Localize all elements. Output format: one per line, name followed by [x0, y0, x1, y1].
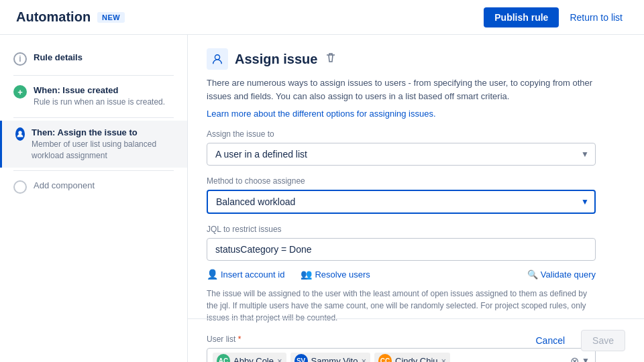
- publish-rule-button[interactable]: Publish rule: [484, 7, 559, 27]
- header: Automation NEW Publish rule Return to li…: [0, 0, 644, 35]
- info-icon: i: [13, 52, 27, 66]
- assign-issue-icon: [207, 48, 228, 70]
- sidebar-item-when[interactable]: + When: Issue created Rule is run when a…: [0, 78, 187, 115]
- assign-section: Assign the issue to A user in a defined …: [207, 129, 625, 166]
- sidebar-then-subtitle: Member of user list using balanced workl…: [32, 139, 174, 162]
- content-panel: Assign issue There are numerous ways to …: [188, 35, 644, 362]
- new-badge: NEW: [97, 12, 125, 23]
- sidebar-add-component-content: Add component: [34, 180, 95, 190]
- validate-query-link[interactable]: 🔍 Validate query: [527, 267, 596, 282]
- sidebar-when-title: When: Issue created: [34, 85, 165, 95]
- app-title: Automation: [16, 9, 91, 25]
- return-to-list-button[interactable]: Return to list: [564, 7, 628, 27]
- svg-point-0: [18, 131, 21, 134]
- jql-label: JQL to restrict issues: [207, 225, 625, 234]
- method-select-wrapper: Balanced workload ▼: [207, 190, 596, 214]
- header-actions: Publish rule Return to list: [484, 7, 628, 27]
- method-select[interactable]: Balanced workload: [207, 190, 596, 214]
- save-button[interactable]: Save: [581, 330, 625, 351]
- trash-icon[interactable]: [325, 52, 336, 66]
- assign-select[interactable]: A user in a defined list: [207, 143, 596, 166]
- plus-icon: +: [13, 85, 27, 99]
- method-label: Method to choose assignee: [207, 176, 625, 186]
- method-section: Method to choose assignee Balanced workl…: [207, 176, 625, 214]
- sidebar-rule-details-title: Rule details: [34, 52, 83, 62]
- search-icon: 🔍: [527, 269, 538, 280]
- sidebar-then-content: Then: Assign the issue to Member of user…: [32, 127, 174, 162]
- empty-circle-icon: [13, 180, 27, 194]
- jql-input[interactable]: [207, 238, 596, 261]
- action-links: 👤 Insert account id 👥 Resolve users 🔍 Va…: [207, 266, 596, 282]
- sidebar-divider-2: [13, 117, 174, 118]
- sidebar-rule-details-content: Rule details: [34, 52, 83, 62]
- people-icon: 👥: [301, 269, 312, 280]
- sidebar-when-subtitle: Rule is run when an issue is created.: [34, 97, 165, 108]
- sidebar-divider-3: [13, 170, 174, 171]
- person-icon: [15, 127, 25, 141]
- assign-label: Assign the issue to: [207, 129, 625, 139]
- sidebar-divider-1: [13, 75, 174, 76]
- assign-select-wrapper: A user in a defined list ▼: [207, 143, 596, 166]
- sidebar-add-component-title: Add component: [34, 180, 95, 190]
- jql-section: JQL to restrict issues 👤 Insert account …: [207, 225, 625, 282]
- sidebar-item-add-component[interactable]: Add component: [0, 174, 187, 200]
- person-circle-icon: 👤: [207, 269, 218, 280]
- page-title: Assign issue: [235, 52, 317, 67]
- sidebar-item-rule-details[interactable]: i Rule details: [0, 46, 187, 72]
- description-text: There are numerous ways to assign issues…: [207, 76, 596, 103]
- sidebar-then-title: Then: Assign the issue to: [32, 127, 174, 137]
- resolve-users-link[interactable]: 👥 Resolve users: [292, 266, 378, 282]
- sidebar-when-content: When: Issue created Rule is run when an …: [34, 85, 165, 108]
- sidebar: i Rule details + When: Issue created Rul…: [0, 35, 188, 362]
- content-header: Assign issue: [207, 48, 625, 70]
- learn-more-link[interactable]: Learn more about the different options f…: [207, 109, 436, 119]
- bottom-actions: Cancel Save: [188, 318, 644, 362]
- main-layout: i Rule details + When: Issue created Rul…: [0, 35, 644, 362]
- sidebar-item-then[interactable]: Then: Assign the issue to Member of user…: [0, 121, 187, 168]
- cancel-button[interactable]: Cancel: [525, 330, 576, 351]
- svg-point-1: [215, 55, 219, 60]
- insert-account-link[interactable]: 👤 Insert account id: [207, 266, 292, 282]
